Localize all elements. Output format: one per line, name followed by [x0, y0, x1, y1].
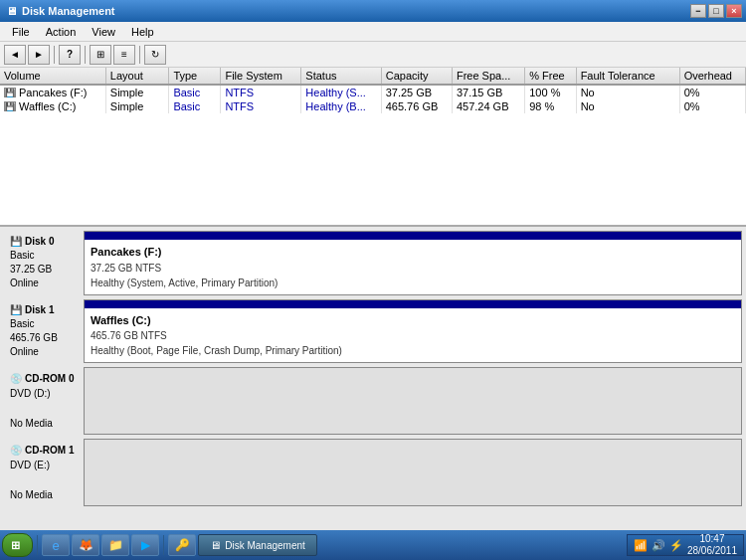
- folder-icon: 📁: [108, 538, 123, 552]
- col-header-layout[interactable]: Layout: [105, 68, 169, 85]
- cell-status-0: Healthy (S...: [301, 85, 381, 99]
- rescan-button[interactable]: ≡: [113, 45, 135, 65]
- cell-layout-1: Simple: [105, 99, 169, 113]
- window-title-area: 🖥 Disk Management: [6, 5, 115, 17]
- disk-0-size: 37.25 GB: [10, 263, 78, 277]
- toolbar-separator-2: [85, 46, 86, 64]
- help-button[interactable]: ?: [59, 45, 81, 65]
- taskbar-firefox-button[interactable]: 🦊: [72, 534, 99, 556]
- toolbar-separator-3: [139, 46, 140, 64]
- col-header-overhead[interactable]: Overhead: [679, 68, 745, 85]
- volume-table: Volume Layout Type File System Status Ca…: [0, 68, 746, 113]
- cell-free-1: 457.24 GB: [452, 99, 524, 113]
- maximize-button[interactable]: □: [708, 4, 724, 18]
- taskbar-ie-button[interactable]: e: [42, 534, 70, 556]
- menu-action[interactable]: Action: [38, 24, 85, 40]
- cdrom-0-label: 💿 CD-ROM 0 DVD (D:) No Media: [4, 367, 84, 435]
- disk-0-partition-name: Pancakes (F:): [91, 244, 735, 261]
- table-row[interactable]: 💾 Pancakes (F:) Simple Basic NTFS Health…: [0, 85, 746, 99]
- close-button[interactable]: ×: [726, 4, 742, 18]
- cdrom-1-label: 💿 CD-ROM 1 DVD (E:) No Media: [4, 439, 84, 506]
- taskbar-sep-2: [163, 535, 164, 555]
- toolbar: ◄ ► ? ⊞ ≡ ↻: [0, 42, 746, 68]
- cell-capacity-1: 465.76 GB: [381, 99, 452, 113]
- col-header-filesystem[interactable]: File System: [221, 68, 301, 85]
- clock-date: 28/06/2011: [687, 545, 737, 557]
- cell-fault-1: No: [576, 99, 679, 113]
- cell-fault-0: No: [576, 85, 679, 99]
- back-button[interactable]: ◄: [4, 45, 26, 65]
- cell-layout-0: Simple: [105, 85, 169, 99]
- refresh-button[interactable]: ↻: [144, 45, 166, 65]
- taskbar-diskmgmt-button[interactable]: 🖥 Disk Management: [198, 534, 317, 556]
- disk-1-partition-size: 465.76 GB NTFS: [91, 328, 735, 343]
- col-header-status[interactable]: Status: [301, 68, 381, 85]
- diskmgmt-icon: 🖥: [210, 539, 221, 551]
- vol-icon-0: 💾: [4, 88, 16, 97]
- col-header-free-space[interactable]: Free Spa...: [452, 68, 524, 85]
- cell-volume-0: 💾 Pancakes (F:): [0, 85, 105, 99]
- cdrom-0-icon: 💿: [10, 371, 22, 386]
- clock-time: 10:47: [687, 533, 737, 545]
- cdrom-0-partition-area[interactable]: [84, 367, 742, 435]
- disk-0-partition-content: Pancakes (F:) 37.25 GB NTFS Healthy (Sys…: [85, 240, 741, 294]
- cell-overhead-1: 0%: [679, 99, 745, 113]
- col-header-pct-free[interactable]: % Free: [525, 68, 576, 85]
- forward-button[interactable]: ►: [28, 45, 50, 65]
- col-header-fault-tolerance[interactable]: Fault Tolerance: [576, 68, 679, 85]
- network-tray-icon[interactable]: 📶: [634, 539, 648, 552]
- ie-icon: e: [52, 538, 59, 553]
- disk-0-label: 💾 Disk 0 Basic 37.25 GB Online: [4, 231, 84, 295]
- cdrom-0-type: DVD (D:): [10, 386, 78, 401]
- disk-0-header-bar: [85, 232, 741, 240]
- volume-table-area: Volume Layout Type File System Status Ca…: [0, 68, 746, 227]
- disk-1-row: 💾 Disk 1 Basic 465.76 GB Online Waffles …: [4, 299, 742, 364]
- minimize-button[interactable]: −: [690, 4, 706, 18]
- cell-volume-1: 💾 Waffles (C:): [0, 99, 105, 113]
- cdrom-1-icon: 💿: [10, 443, 22, 458]
- properties-button[interactable]: ⊞: [90, 45, 111, 65]
- table-row[interactable]: 💾 Waffles (C:) Simple Basic NTFS Healthy…: [0, 99, 746, 113]
- app1-icon: 🔑: [175, 538, 190, 552]
- menu-help[interactable]: Help: [123, 24, 162, 40]
- col-header-volume[interactable]: Volume: [0, 68, 105, 85]
- cell-filesystem-1: NTFS: [221, 99, 301, 113]
- disk-1-header-bar: [85, 300, 741, 308]
- system-tray: 📶 🔊 ⚡ 10:47 28/06/2011: [627, 534, 744, 556]
- system-clock[interactable]: 10:47 28/06/2011: [687, 533, 737, 557]
- disk-1-partition-name: Waffles (C:): [91, 312, 735, 329]
- disk-1-partition-content: Waffles (C:) 465.76 GB NTFS Healthy (Boo…: [85, 308, 741, 363]
- menu-file[interactable]: File: [4, 24, 38, 40]
- taskbar-media-button[interactable]: ▶: [131, 534, 159, 556]
- cdrom-1-media: No Media: [10, 487, 78, 502]
- cdrom-0-id: CD-ROM 0: [25, 371, 74, 386]
- battery-tray-icon[interactable]: ⚡: [669, 539, 683, 552]
- taskbar: ⊞ e 🦊 📁 ▶ 🔑 🖥 Disk Management 📶 🔊 ⚡ 10:4…: [0, 530, 746, 560]
- disk-0-icon: 💾: [10, 235, 22, 249]
- taskbar-sep-1: [37, 535, 38, 555]
- volume-tray-icon[interactable]: 🔊: [652, 539, 665, 552]
- start-button[interactable]: ⊞: [2, 533, 33, 557]
- disk-0-partition-area[interactable]: Pancakes (F:) 37.25 GB NTFS Healthy (Sys…: [84, 231, 742, 295]
- cell-status-1: Healthy (B...: [301, 99, 381, 113]
- cdrom-1-id: CD-ROM 1: [25, 443, 74, 458]
- menu-bar: File Action View Help: [0, 22, 746, 42]
- menu-view[interactable]: View: [84, 24, 123, 40]
- taskbar-explorer-button[interactable]: 📁: [101, 534, 129, 556]
- vol-icon-1: 💾: [4, 101, 16, 111]
- windows-logo-icon: ⊞: [11, 539, 20, 552]
- cdrom-0-row: 💿 CD-ROM 0 DVD (D:) No Media: [4, 367, 742, 435]
- col-header-type[interactable]: Type: [169, 68, 221, 85]
- title-bar: 🖥 Disk Management − □ ×: [0, 0, 746, 22]
- col-header-capacity[interactable]: Capacity: [381, 68, 452, 85]
- window-title: Disk Management: [22, 5, 115, 17]
- firefox-icon: 🦊: [79, 538, 93, 552]
- disk-1-size: 465.76 GB: [10, 331, 78, 345]
- cell-capacity-0: 37.25 GB: [381, 85, 452, 99]
- taskbar-app1-button[interactable]: 🔑: [168, 534, 196, 556]
- diskmgmt-label: Disk Management: [225, 540, 305, 551]
- cdrom-1-partition-area[interactable]: [84, 439, 742, 506]
- cell-pct-0: 100 %: [525, 85, 576, 99]
- disk-1-partition-area[interactable]: Waffles (C:) 465.76 GB NTFS Healthy (Boo…: [84, 299, 742, 364]
- disk-1-icon: 💾: [10, 303, 22, 317]
